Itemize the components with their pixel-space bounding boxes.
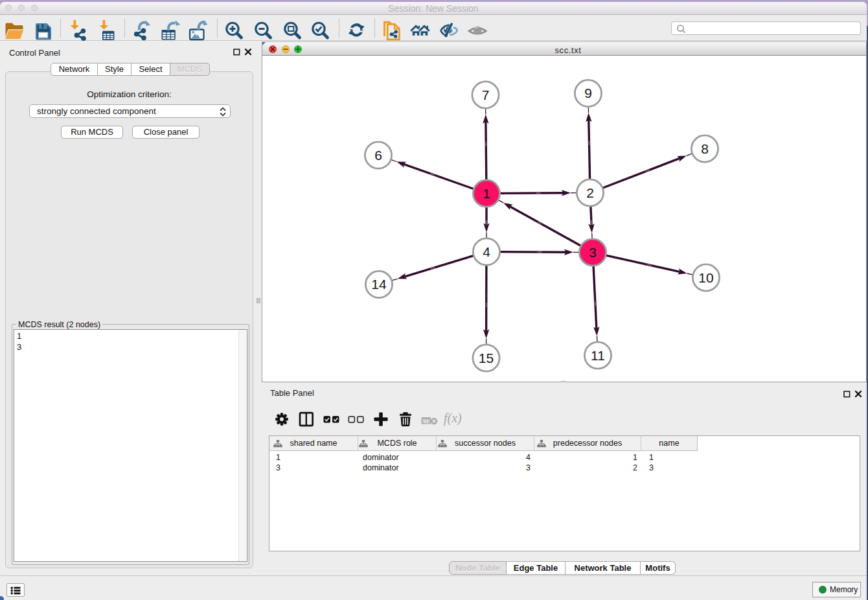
svg-text:6: 6: [374, 148, 382, 163]
svg-text:14: 14: [371, 277, 387, 292]
svg-text:15: 15: [479, 351, 494, 365]
svg-text:4: 4: [483, 244, 490, 259]
svg-text:3: 3: [589, 245, 597, 260]
svg-text:8: 8: [701, 141, 709, 156]
svg-text:9: 9: [584, 86, 592, 100]
svg-text:2: 2: [586, 185, 594, 200]
svg-text:11: 11: [591, 348, 605, 363]
svg-text:1: 1: [483, 186, 490, 201]
svg-text:10: 10: [698, 270, 713, 285]
svg-text:7: 7: [482, 87, 490, 102]
